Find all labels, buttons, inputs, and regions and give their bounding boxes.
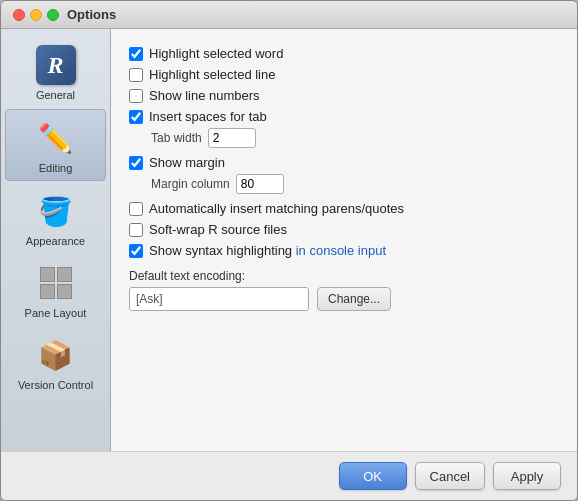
pencil-icon: ✏️	[38, 122, 73, 155]
sidebar-item-version-control[interactable]: 📦 Version Control	[5, 327, 106, 397]
label-soft-wrap: Soft-wrap R source files	[149, 222, 287, 237]
appearance-icon-area: 🪣	[34, 189, 78, 233]
checkbox-label-soft-wrap[interactable]: Soft-wrap R source files	[129, 222, 287, 237]
option-row-highlight-line: Highlight selected line	[129, 64, 559, 85]
sidebar-item-label-editing: Editing	[39, 162, 73, 174]
sidebar-item-label-general: General	[36, 89, 75, 101]
ok-button[interactable]: OK	[339, 462, 407, 490]
margin-column-input[interactable]: 80	[236, 174, 284, 194]
checkbox-highlight-word[interactable]	[129, 47, 143, 61]
checkbox-show-margin[interactable]	[129, 156, 143, 170]
checkbox-label-show-margin[interactable]: Show margin	[129, 155, 225, 170]
grid-icon	[40, 267, 72, 299]
sidebar-item-pane-layout[interactable]: Pane Layout	[5, 255, 106, 325]
label-syntax-blue-part: in console input	[296, 243, 386, 258]
label-show-syntax: Show syntax highlighting in console inpu…	[149, 243, 386, 258]
apply-button[interactable]: Apply	[493, 462, 561, 490]
checkbox-auto-insert[interactable]	[129, 202, 143, 216]
options-window: Options R General ✏️ Editing 🪣	[0, 0, 578, 501]
encoding-input[interactable]: [Ask]	[129, 287, 309, 311]
sidebar-item-label-pane-layout: Pane Layout	[25, 307, 87, 319]
footer: OK Cancel Apply	[1, 451, 577, 500]
sidebar-item-label-version-control: Version Control	[18, 379, 93, 391]
maximize-button[interactable]	[47, 9, 59, 21]
paint-icon: 🪣	[38, 195, 73, 228]
title-bar: Options	[1, 1, 577, 29]
sidebar-item-label-appearance: Appearance	[26, 235, 85, 247]
margin-column-row: Margin column 80	[129, 174, 559, 194]
encoding-row: [Ask] Change...	[129, 287, 559, 311]
sidebar-item-appearance[interactable]: 🪣 Appearance	[5, 183, 106, 253]
option-row-highlight-word: Highlight selected word	[129, 43, 559, 64]
checkbox-insert-spaces[interactable]	[129, 110, 143, 124]
general-icon-area: R	[34, 43, 78, 87]
sidebar-item-editing[interactable]: ✏️ Editing	[5, 109, 106, 181]
sidebar-item-general[interactable]: R General	[5, 37, 106, 107]
tab-width-input[interactable]: 2	[208, 128, 256, 148]
label-show-margin: Show margin	[149, 155, 225, 170]
minimize-button[interactable]	[30, 9, 42, 21]
checkbox-label-show-line-numbers[interactable]: Show line numbers	[129, 88, 260, 103]
encoding-section: Default text encoding: [Ask] Change...	[129, 269, 559, 311]
checkbox-soft-wrap[interactable]	[129, 223, 143, 237]
tab-width-label: Tab width	[151, 131, 202, 145]
label-insert-spaces: Insert spaces for tab	[149, 109, 267, 124]
content-area: R General ✏️ Editing 🪣 Appearance	[1, 29, 577, 451]
main-panel: Highlight selected word Highlight select…	[111, 29, 577, 451]
checkbox-label-auto-insert[interactable]: Automatically insert matching parens/quo…	[129, 201, 404, 216]
label-auto-insert: Automatically insert matching parens/quo…	[149, 201, 404, 216]
option-row-soft-wrap: Soft-wrap R source files	[129, 219, 559, 240]
label-highlight-line: Highlight selected line	[149, 67, 275, 82]
checkbox-show-syntax[interactable]	[129, 244, 143, 258]
tab-width-row: Tab width 2	[129, 128, 559, 148]
checkbox-label-show-syntax[interactable]: Show syntax highlighting in console inpu…	[129, 243, 386, 258]
cancel-button[interactable]: Cancel	[415, 462, 485, 490]
option-row-show-margin: Show margin	[129, 152, 559, 173]
checkbox-label-highlight-line[interactable]: Highlight selected line	[129, 67, 275, 82]
r-icon: R	[36, 45, 76, 85]
checkbox-show-line-numbers[interactable]	[129, 89, 143, 103]
encoding-label: Default text encoding:	[129, 269, 559, 283]
editing-icon-area: ✏️	[34, 116, 78, 160]
checkbox-label-insert-spaces[interactable]: Insert spaces for tab	[129, 109, 267, 124]
option-row-auto-insert: Automatically insert matching parens/quo…	[129, 198, 559, 219]
checkbox-label-highlight-word[interactable]: Highlight selected word	[129, 46, 283, 61]
traffic-lights	[13, 9, 59, 21]
sidebar: R General ✏️ Editing 🪣 Appearance	[1, 29, 111, 451]
margin-column-label: Margin column	[151, 177, 230, 191]
box-icon: 📦	[38, 339, 73, 372]
label-highlight-word: Highlight selected word	[149, 46, 283, 61]
change-button[interactable]: Change...	[317, 287, 391, 311]
close-button[interactable]	[13, 9, 25, 21]
checkbox-highlight-line[interactable]	[129, 68, 143, 82]
option-row-show-line-numbers: Show line numbers	[129, 85, 559, 106]
option-row-insert-spaces: Insert spaces for tab	[129, 106, 559, 127]
version-control-icon-area: 📦	[34, 333, 78, 377]
window-title: Options	[67, 7, 116, 22]
label-show-line-numbers: Show line numbers	[149, 88, 260, 103]
pane-layout-icon-area	[34, 261, 78, 305]
option-row-show-syntax: Show syntax highlighting in console inpu…	[129, 240, 559, 261]
